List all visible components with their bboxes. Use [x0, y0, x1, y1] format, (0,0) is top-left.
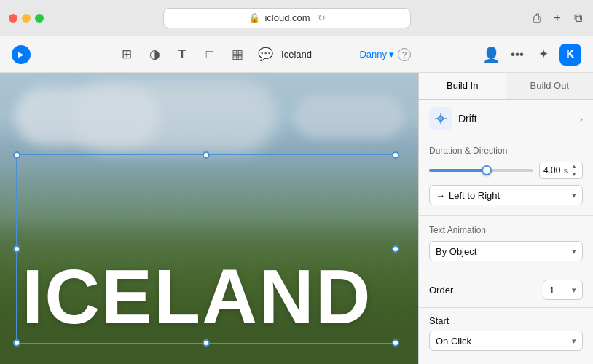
maximize-traffic-light[interactable]: [35, 14, 44, 23]
direction-value: Left to Right: [449, 190, 500, 201]
animation-row[interactable]: Drift ›: [419, 100, 593, 138]
order-chevron-icon: ▾: [572, 285, 576, 295]
direction-dropdown[interactable]: → Left to Right ▾: [429, 185, 583, 205]
text-animation-section: Text Animation By Object ▾: [419, 218, 593, 270]
cloud-3: [294, 95, 404, 138]
start-chevron-icon: ▾: [572, 336, 576, 346]
order-label: Order: [429, 285, 453, 296]
duration-value: 4.00: [543, 165, 562, 175]
direction-chevron-icon: ▾: [572, 191, 576, 200]
order-control[interactable]: 1 ▾: [543, 280, 583, 300]
tools-icon[interactable]: ✦: [533, 44, 554, 65]
direction-text: → Left to Right: [436, 190, 572, 201]
start-dropdown[interactable]: On Click ▾: [429, 331, 583, 351]
canvas-text[interactable]: ICELAND: [22, 258, 372, 335]
text-icon[interactable]: T: [172, 44, 192, 65]
title-text: Iceland: [281, 49, 312, 60]
share-icon[interactable]: ⎙: [530, 12, 543, 25]
address-bar[interactable]: 🔒 icloud.com ↻: [163, 8, 411, 28]
duration-input[interactable]: 4.00 s ▲ ▼: [539, 162, 583, 179]
start-label: Start: [429, 315, 583, 326]
collab-icon[interactable]: 👤: [481, 44, 501, 65]
text-anim-chevron-icon: ▾: [572, 247, 576, 256]
animation-chevron-icon: ›: [580, 114, 583, 124]
tab-build-in[interactable]: Build In: [419, 73, 506, 99]
browser-titlebar: 🔒 icloud.com ↻ ⎙ + ⧉: [0, 0, 593, 36]
order-section: Order 1 ▾: [419, 274, 593, 306]
minimize-traffic-light[interactable]: [22, 14, 31, 23]
stepper-up[interactable]: ▲: [570, 163, 578, 170]
tab-build-out[interactable]: Build Out: [506, 73, 594, 99]
keynote-icon[interactable]: K: [559, 44, 581, 66]
duration-slider[interactable]: [429, 169, 533, 172]
play-button[interactable]: ▶: [12, 45, 31, 64]
duration-stepper[interactable]: ▲ ▼: [570, 163, 578, 178]
reload-icon[interactable]: ↻: [318, 12, 326, 23]
lock-icon: 🔒: [248, 12, 260, 23]
start-value: On Click: [436, 336, 572, 347]
windows-icon[interactable]: ⧉: [571, 12, 584, 25]
canvas-area: ICELAND: [0, 73, 418, 364]
play-icon: ▶: [18, 50, 24, 58]
stepper-down[interactable]: ▼: [570, 171, 578, 178]
duration-unit: s: [564, 166, 568, 175]
danny-button[interactable]: Danny ▾: [359, 49, 394, 60]
slider-thumb[interactable]: [482, 165, 492, 175]
panel-tabs: Build In Build Out: [419, 73, 593, 100]
divider-2: [419, 272, 593, 272]
text-animation-value: By Object: [436, 246, 572, 257]
browser-chrome: 🔒 icloud.com ↻ ⎙ + ⧉ ▶ Iceland ⊞ ◑ T □ ▦…: [0, 0, 593, 73]
more-icon[interactable]: •••: [507, 44, 527, 65]
direction-arrow-icon: →: [436, 190, 445, 201]
shapes-icon[interactable]: □: [200, 44, 220, 65]
duration-section: Duration & Direction 4.00 s ▲ ▼ →: [419, 138, 593, 214]
text-animation-label: Text Animation: [429, 225, 583, 235]
danny-chevron: ▾: [389, 49, 394, 60]
new-tab-icon[interactable]: +: [551, 12, 564, 25]
danny-label: Danny: [359, 49, 387, 60]
browser-controls-right: ⎙ + ⧉: [530, 12, 584, 25]
slider-fill: [429, 169, 487, 172]
browser-controls-left: [9, 14, 44, 23]
cloud-2: [73, 80, 277, 153]
canvas-background: ICELAND: [0, 73, 418, 364]
drift-icon: [429, 107, 452, 130]
start-section: Start On Click ▾: [419, 309, 593, 363]
animation-name: Drift: [458, 113, 580, 124]
url-text: icloud.com: [264, 12, 310, 23]
media-icon[interactable]: ▦: [227, 44, 248, 65]
comment-icon[interactable]: 💬: [255, 44, 275, 65]
duration-label: Duration & Direction: [429, 146, 583, 156]
close-traffic-light[interactable]: [9, 14, 17, 23]
right-panel: Build In Build Out Drift › Duration & Di…: [418, 73, 593, 364]
order-value: 1: [549, 285, 554, 296]
divider-1: [419, 215, 593, 216]
divider-3: [419, 307, 593, 308]
help-button[interactable]: ?: [398, 48, 411, 61]
svg-point-0: [440, 118, 442, 120]
text-animation-dropdown[interactable]: By Object ▾: [429, 241, 583, 261]
table-icon[interactable]: ⊞: [117, 44, 137, 65]
duration-row: 4.00 s ▲ ▼: [429, 162, 583, 179]
chart-icon[interactable]: ◑: [144, 44, 165, 65]
browser-toolbar: ▶ Iceland ⊞ ◑ T □ ▦ 💬 👤 ••• ✦ K Danny ▾ …: [0, 36, 593, 73]
main-area: ICELAND Build In Build Out: [0, 73, 593, 364]
